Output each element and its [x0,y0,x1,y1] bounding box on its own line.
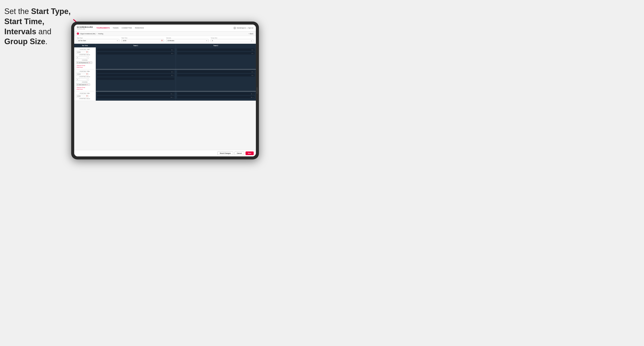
nav-separator: | [247,27,247,29]
course-row-1: 🏌 (A) Peachtree GC ✕ ⋯ [76,61,94,64]
starting-time-input-2[interactable]: 10:10 ⏰ [76,73,89,75]
intervals-select[interactable]: 10 Minutes ▼ [166,39,209,42]
group-left-3: STARTING TIME: 10:20 ⏰ STARTING HOLE: [74,91,96,101]
start-type-select[interactable]: 1st Tee Start ▼ [77,39,119,42]
instruction-line3-bold: Intervals [4,27,36,36]
nav-links: TOURNAMENTS TEAMS COMMITTEE RANKINGS [96,27,234,29]
team1-cell-3: ✕ — ✕ — [96,91,176,101]
intervals-arrow-icon: ▼ [206,40,207,41]
starting-time-label-1: STARTING TIME: [76,49,94,50]
th-tee-time: Tee Time [74,44,96,47]
player-row-1-1: ✕ ○ [97,48,174,51]
course-tag-2: 🏌 East Lake GC ✕ ⋯ [76,83,90,86]
breadcrumb-bar: C Clippd Invitational (Me) > Hosting < B… [74,31,256,36]
starting-time-label-3: STARTING TIME: [76,93,94,94]
course-label-1: COURSE: [76,59,94,61]
player-row-5-1: ✕ — [97,92,174,95]
nav-committee[interactable]: COMMITTEE [122,27,132,29]
group-left-2: STARTING TIME: 10:10 ⏰ STARTING HOLE: 1 … [74,69,96,91]
course-dots-2[interactable]: ⋯ [88,84,89,85]
start-time-clock-icon: ⏰ [161,40,163,41]
course-tag-1: 🏌 (A) Peachtree GC ✕ ⋯ [76,61,92,64]
group-size-select[interactable]: 3 ▲ [211,39,253,42]
player-row-6-2: ✕ — [177,96,254,98]
logo-area: SCOREBOARD Powered by clipp [77,26,93,29]
player-close-5-1[interactable]: ✕ — [171,93,174,95]
player-row-6-1: ✕ — [177,92,254,95]
table-body: STARTING TIME: 10:00 ⏰ STARTING HOLE: 1 … [74,47,256,150]
remove-group-1[interactable]: ○ Remove Group [76,65,94,66]
tournament-breadcrumb[interactable]: Clippd Invitational (Me) [80,33,96,34]
user-avatar [234,27,236,29]
settings-row: Start Type 1st Tee Start ▼ Start Time 10… [74,36,256,44]
nav-teams[interactable]: TEAMS [113,27,119,29]
add-group-2[interactable]: + Add Group [76,89,94,90]
tablet-screen: SCOREBOARD Powered by clipp TOURNAMENTS … [74,24,256,157]
add-group-1[interactable]: + Add Group [76,67,94,68]
instruction-line1: Set the Start Type, [4,7,70,16]
group-size-label: Group Size [211,37,253,38]
player-close-5-2[interactable]: ✕ — [171,97,174,98]
intervals-label: Intervals [166,37,209,38]
logo-text: SCOREBOARD [77,26,93,28]
intervals-group: Intervals 10 Minutes ▼ [166,37,209,42]
hosting-breadcrumb: Hosting [98,33,103,34]
player-row-1-2: ✕ ○ [97,52,174,54]
instruction-line3-normal: and [36,27,51,36]
nav-tournaments[interactable]: TOURNAMENTS [96,27,110,29]
start-type-group: Start Type 1st Tee Start ▼ [77,37,119,42]
start-time-label: Start Time [122,37,164,38]
course-remove-2[interactable]: ✕ [86,84,88,85]
reset-changes-button[interactable]: Reset Changes [218,152,233,155]
hole-stepper-2: ⬍ [87,79,88,80]
remove-icon-1: ○ [76,65,76,66]
logo-sub: Powered by clipp [77,28,93,29]
starting-time-input-3[interactable]: 10:20 ⏰ [76,95,89,97]
player-row-4-2: ✕ ○ [177,74,254,76]
back-button[interactable]: < Back [248,33,253,34]
course-remove-1[interactable]: ✕ [89,62,90,63]
starting-hole-input-2[interactable]: 1 ⬍ [76,78,89,81]
group-size-arrow-icon: ▲ [251,40,252,41]
save-button[interactable]: Save [246,152,254,155]
starting-hole-input-1[interactable]: 1 ⬍ [76,56,89,59]
player-close-3-2[interactable]: ✕ ○ [171,75,174,76]
team1-cell-2: ✕ ○ ✕ ○ [96,69,176,91]
table-header: Tee Time Team 1 Team 2 [74,44,256,47]
tablet-side-button [257,87,258,94]
player-close-1-2[interactable]: ✕ ○ [171,53,174,54]
hole-stepper-1: ⬍ [87,57,88,58]
remove-group-2[interactable]: ○ Remove Group [76,87,94,88]
start-time-select[interactable]: 10:00 ⏰ [122,39,164,42]
breadcrumb-logo: C [77,32,79,35]
course-row-2: 🏌 East Lake GC ✕ ⋯ [76,83,94,86]
th-team1: Team 1 [96,44,176,47]
player-close-3-1[interactable]: ✕ ○ [171,71,174,73]
group-row-3: STARTING TIME: 10:20 ⏰ STARTING HOLE: ✕ … [74,91,256,101]
player-close-4-1[interactable]: ✕ ○ [252,71,254,73]
sign-out-link[interactable]: Sign out [248,27,253,29]
cancel-button[interactable]: Cancel [234,152,244,155]
time-icon-1: ⏰ [86,51,88,53]
team1-cell-1: ✕ ○ ✕ ○ [96,47,176,69]
time-icon-2: ⏰ [86,73,88,75]
player-close-6-1[interactable]: ✕ — [251,93,254,95]
nav-rankings[interactable]: RANKINGS [135,27,144,29]
player-close-4-2[interactable]: ✕ ○ [252,75,254,76]
group-size-group: Group Size 3 ▲ [211,37,253,42]
navbar: SCOREBOARD Powered by clipp TOURNAMENTS … [74,24,256,31]
remove-icon-2: ○ [76,87,76,88]
nav-right: blair@clippd.io | Sign out [234,27,253,29]
player-row-3-1: ✕ ○ [97,70,174,73]
breadcrumb-separator: > [96,33,97,34]
player-close-2-1[interactable]: ✕ ○ [252,49,254,51]
starting-hole-label-1: STARTING HOLE: [76,54,94,55]
starting-time-input-1[interactable]: 10:00 ⏰ [76,51,89,53]
group-row-2: STARTING TIME: 10:10 ⏰ STARTING HOLE: 1 … [74,69,256,91]
player-close-2-2[interactable]: ✕ ○ [252,53,254,54]
player-row-2-1: ✕ ○ [177,48,254,51]
player-close-1-1[interactable]: ✕ ○ [171,49,174,51]
player-close-6-2[interactable]: ✕ — [251,97,254,98]
course-dots-1[interactable]: ⋯ [90,62,91,63]
group-right-3: ✕ — ✕ — ✕ — ✕ — [96,91,256,101]
